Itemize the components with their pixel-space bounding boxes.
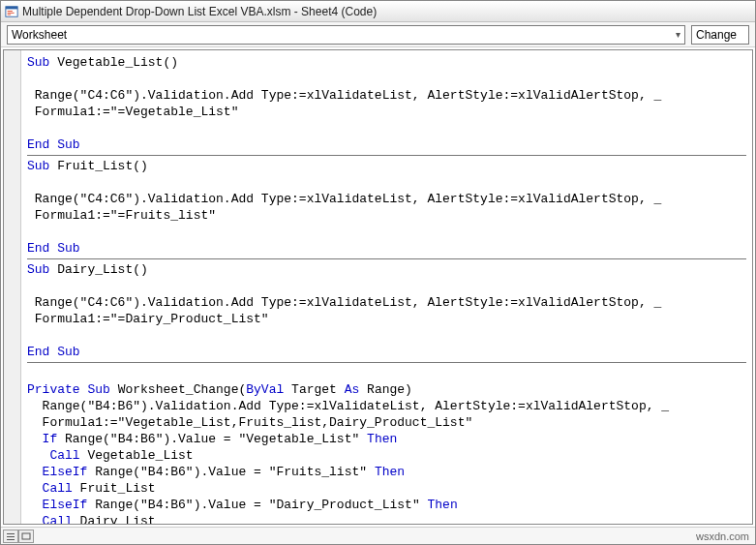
svg-rect-4 — [8, 14, 12, 15]
full-module-view-button[interactable] — [18, 530, 34, 543]
titlebar[interactable]: Multiple Dependent Drop-Down List Excel … — [1, 1, 755, 22]
code-editor[interactable]: Sub Vegetable_List() Range("C4:C6").Vali… — [21, 50, 752, 524]
svg-rect-5 — [7, 533, 15, 534]
code-toolbar: Worksheet ▾ Change — [1, 22, 755, 47]
svg-rect-3 — [8, 12, 15, 13]
object-dropdown[interactable]: Worksheet ▾ — [7, 25, 685, 45]
margin-gutter — [4, 50, 21, 524]
statusbar: wsxdn.com — [1, 527, 755, 544]
svg-rect-1 — [6, 6, 17, 9]
procedure-dropdown[interactable]: Change — [691, 25, 749, 45]
object-dropdown-value: Worksheet — [12, 28, 67, 42]
vba-module-icon — [5, 5, 18, 18]
svg-rect-7 — [7, 539, 15, 540]
code-pane: Sub Vegetable_List() Range("C4:C6").Vali… — [3, 49, 753, 525]
procedure-view-button[interactable] — [3, 530, 18, 543]
svg-rect-6 — [7, 536, 15, 537]
procedure-dropdown-value: Change — [696, 28, 737, 42]
watermark: wsxdn.com — [696, 530, 749, 542]
window-title: Multiple Dependent Drop-Down List Excel … — [22, 5, 377, 18]
view-buttons — [3, 530, 34, 543]
vba-code-window: Multiple Dependent Drop-Down List Excel … — [0, 0, 756, 545]
svg-rect-8 — [22, 533, 30, 539]
chevron-down-icon: ▾ — [672, 29, 680, 40]
svg-rect-2 — [8, 11, 13, 12]
